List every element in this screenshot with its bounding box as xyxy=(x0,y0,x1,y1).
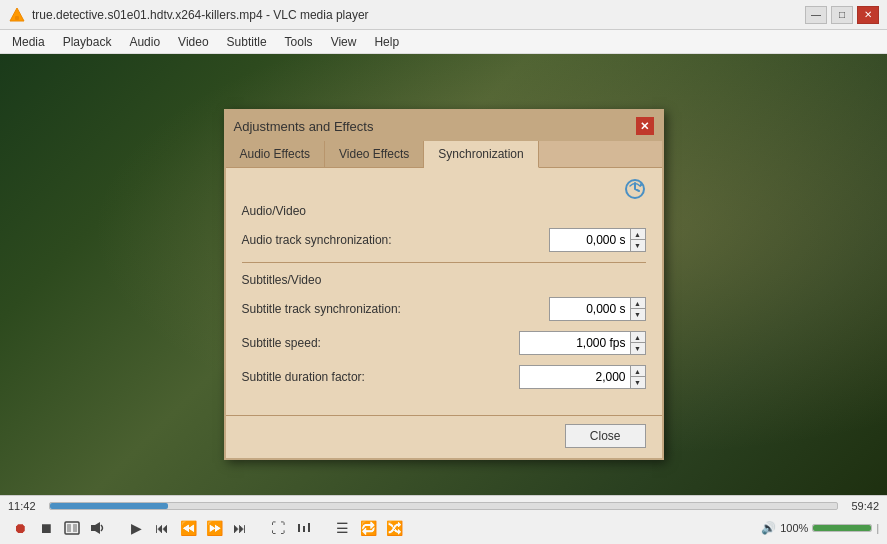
loop-button[interactable]: 🔁 xyxy=(356,516,380,540)
synchronization-icon xyxy=(624,178,646,200)
frame-icon xyxy=(64,520,80,536)
svg-rect-5 xyxy=(67,524,71,532)
adjustments-dialog: Adjustments and Effects ✕ Audio Effects … xyxy=(224,109,664,460)
audio-track-sync-input-wrap[interactable]: ▲ ▼ xyxy=(549,228,646,252)
volume-track[interactable] xyxy=(812,524,872,532)
subtitle-track-sync-up[interactable]: ▲ xyxy=(631,298,645,309)
tab-audio-effects[interactable]: Audio Effects xyxy=(226,141,326,167)
eq-button[interactable] xyxy=(292,516,316,540)
title-bar-left: true.detective.s01e01.hdtv.x264-killers.… xyxy=(8,6,369,24)
subtitles-video-section-header: Subtitles/Video xyxy=(242,273,646,287)
audio-track-sync-label: Audio track synchronization: xyxy=(242,233,539,247)
close-dialog-button[interactable]: Close xyxy=(565,424,646,448)
tab-synchronization[interactable]: Synchronization xyxy=(424,141,538,168)
fullscreen-button[interactable]: ⛶ xyxy=(266,516,290,540)
progress-bar-area: 11:42 59:42 xyxy=(0,496,887,514)
subtitle-track-sync-input-wrap[interactable]: ▲ ▼ xyxy=(549,297,646,321)
svg-rect-10 xyxy=(303,526,305,532)
svg-rect-11 xyxy=(308,523,310,532)
stop-button[interactable]: ⏹ xyxy=(34,516,58,540)
dialog-title-bar: Adjustments and Effects ✕ xyxy=(226,111,662,141)
time-total: 59:42 xyxy=(844,500,879,512)
subtitle-track-sync-row: Subtitle track synchronization: ▲ ▼ xyxy=(242,297,646,321)
title-controls: — □ ✕ xyxy=(805,6,879,24)
subtitle-track-sync-down[interactable]: ▼ xyxy=(631,309,645,320)
volume-fill xyxy=(813,525,871,531)
subtitle-speed-input[interactable] xyxy=(520,332,630,354)
subtitle-speed-up[interactable]: ▲ xyxy=(631,332,645,343)
audio-track-sync-spinners: ▲ ▼ xyxy=(630,229,645,251)
tab-video-effects[interactable]: Video Effects xyxy=(325,141,424,167)
back-button[interactable]: ⏪ xyxy=(176,516,200,540)
menu-subtitle[interactable]: Subtitle xyxy=(219,33,275,51)
shuffle-button[interactable]: 🔀 xyxy=(382,516,406,540)
title-bar: true.detective.s01e01.hdtv.x264-killers.… xyxy=(0,0,887,30)
progress-fill xyxy=(50,503,168,509)
menu-help[interactable]: Help xyxy=(366,33,407,51)
vlc-logo-icon xyxy=(8,6,26,24)
maximize-button[interactable]: □ xyxy=(831,6,853,24)
window-close-button[interactable]: ✕ xyxy=(857,6,879,24)
controls-area: 11:42 59:42 ⏺ ⏹ xyxy=(0,495,887,544)
prev-button[interactable]: ⏮ xyxy=(150,516,174,540)
volume-area: 🔊 100% | xyxy=(761,521,879,535)
volume-icon: 🔊 xyxy=(761,521,776,535)
subtitle-duration-input[interactable] xyxy=(520,366,630,388)
vlc-window: true.detective.s01e01.hdtv.x264-killers.… xyxy=(0,0,887,544)
playlist-button[interactable]: ☰ xyxy=(330,516,354,540)
menu-tools[interactable]: Tools xyxy=(277,33,321,51)
audio-icon xyxy=(90,520,106,536)
subtitle-speed-down[interactable]: ▼ xyxy=(631,343,645,354)
audio-track-sync-down[interactable]: ▼ xyxy=(631,240,645,251)
subtitle-duration-spinners: ▲ ▼ xyxy=(630,366,645,388)
progress-track[interactable] xyxy=(49,502,838,510)
audio-button[interactable] xyxy=(86,516,110,540)
menu-video[interactable]: Video xyxy=(170,33,216,51)
volume-percent: 100% xyxy=(780,522,808,534)
subtitle-track-sync-input[interactable] xyxy=(550,298,630,320)
menu-bar: Media Playback Audio Video Subtitle Tool… xyxy=(0,30,887,54)
svg-rect-6 xyxy=(73,524,77,532)
svg-rect-1 xyxy=(15,16,19,20)
menu-audio[interactable]: Audio xyxy=(121,33,168,51)
section-divider-1 xyxy=(242,262,646,263)
video-area: Adjustments and Effects ✕ Audio Effects … xyxy=(0,54,887,495)
dialog-footer: Close xyxy=(226,415,662,458)
time-elapsed: 11:42 xyxy=(8,500,43,512)
svg-rect-7 xyxy=(91,525,95,531)
subtitle-duration-input-wrap[interactable]: ▲ ▼ xyxy=(519,365,646,389)
subtitle-speed-label: Subtitle speed: xyxy=(242,336,509,350)
forward-button[interactable]: ⏩ xyxy=(202,516,226,540)
svg-rect-9 xyxy=(298,524,300,532)
dialog-tabs: Audio Effects Video Effects Synchronizat… xyxy=(226,141,662,168)
audio-track-sync-up[interactable]: ▲ xyxy=(631,229,645,240)
volume-max-icon: | xyxy=(876,523,879,534)
subtitle-duration-up[interactable]: ▲ xyxy=(631,366,645,377)
minimize-button[interactable]: — xyxy=(805,6,827,24)
window-title: true.detective.s01e01.hdtv.x264-killers.… xyxy=(32,8,369,22)
controls-buttons: ⏺ ⏹ ▶ ⏮ ⏪ ⏩ ⏭ xyxy=(0,514,887,544)
play-button[interactable]: ▶ xyxy=(124,516,148,540)
next-button[interactable]: ⏭ xyxy=(228,516,252,540)
subtitle-duration-down[interactable]: ▼ xyxy=(631,377,645,388)
subtitle-track-sync-spinners: ▲ ▼ xyxy=(630,298,645,320)
dialog-close-x-button[interactable]: ✕ xyxy=(636,117,654,135)
record-button[interactable]: ⏺ xyxy=(8,516,32,540)
menu-media[interactable]: Media xyxy=(4,33,53,51)
svg-marker-8 xyxy=(95,522,100,534)
subtitle-track-sync-label: Subtitle track synchronization: xyxy=(242,302,539,316)
audio-track-sync-input[interactable] xyxy=(550,229,630,251)
sync-icon-row xyxy=(242,178,646,200)
subtitle-duration-row: Subtitle duration factor: ▲ ▼ xyxy=(242,365,646,389)
subtitle-duration-label: Subtitle duration factor: xyxy=(242,370,509,384)
dialog-content: Audio/Video Audio track synchronization:… xyxy=(226,168,662,415)
subtitle-speed-spinners: ▲ ▼ xyxy=(630,332,645,354)
menu-playback[interactable]: Playback xyxy=(55,33,120,51)
audio-video-section-header: Audio/Video xyxy=(242,204,646,218)
equalizer-icon xyxy=(296,520,312,536)
frame-button[interactable] xyxy=(60,516,84,540)
dialog-title: Adjustments and Effects xyxy=(234,119,374,134)
subtitle-speed-input-wrap[interactable]: ▲ ▼ xyxy=(519,331,646,355)
subtitle-speed-row: Subtitle speed: ▲ ▼ xyxy=(242,331,646,355)
menu-view[interactable]: View xyxy=(323,33,365,51)
